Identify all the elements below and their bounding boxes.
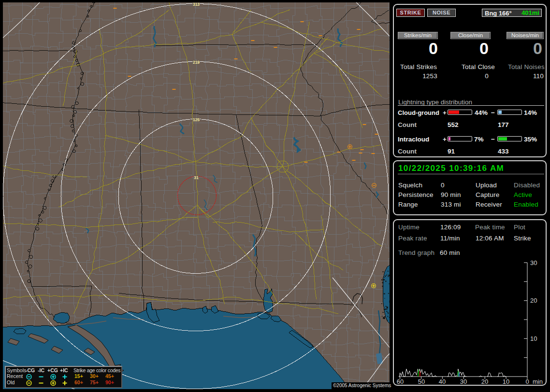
svg-text:20: 20	[481, 378, 488, 385]
svg-text:0: 0	[525, 378, 529, 385]
svg-text:50: 50	[418, 378, 425, 385]
svg-text:min: min	[533, 378, 543, 385]
svg-text:30: 30	[530, 259, 537, 266]
svg-text:60: 60	[397, 378, 404, 385]
svg-text:30: 30	[460, 378, 467, 385]
svg-text:20: 20	[530, 297, 537, 304]
svg-text:125: 125	[193, 117, 200, 122]
svg-text:219: 219	[193, 60, 200, 65]
svg-text:10: 10	[530, 335, 537, 342]
svg-text:40: 40	[439, 378, 446, 385]
svg-text:10: 10	[503, 378, 509, 385]
svg-text:31: 31	[194, 175, 199, 180]
svg-text:313: 313	[193, 2, 200, 7]
